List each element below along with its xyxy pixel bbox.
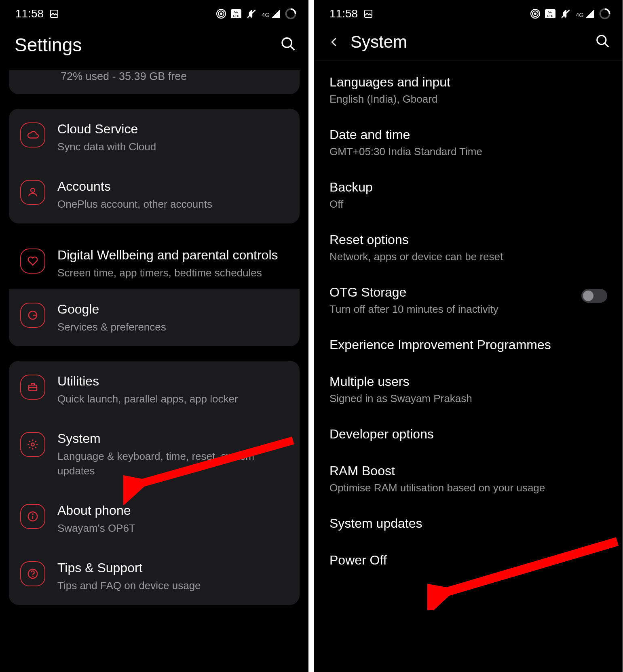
settings-item-google[interactable]: Google Services & preferences [9, 289, 300, 346]
signal-icon: 4G [262, 9, 280, 18]
system-item-title: Backup [329, 180, 607, 195]
card-system: Utilities Quick launch, parallel apps, a… [9, 361, 300, 605]
settings-item-subtitle: OnePlus account, other accounts [57, 197, 288, 211]
briefcase-icon [20, 375, 45, 400]
system-item-subtitle: Signed in as Swayam Prakash [329, 392, 607, 405]
svg-point-18 [32, 514, 33, 514]
settings-item-tips[interactable]: Tips & Support Tips and FAQ on device us… [9, 548, 300, 605]
svg-point-9 [282, 38, 291, 47]
settings-item-title: System [57, 431, 288, 446]
loading-icon [599, 8, 610, 19]
svg-line-10 [290, 46, 294, 50]
settings-item-subtitle: Services & preferences [57, 320, 288, 334]
system-item-experience[interactable]: Experience Improvement Programmes [314, 328, 623, 364]
page-header: Settings [0, 23, 308, 70]
system-item-subtitle: Optimise RAM utilisation based on your u… [329, 482, 607, 494]
system-item-title: Power Off [329, 553, 607, 568]
svg-line-32 [605, 43, 609, 47]
account-icon [20, 180, 45, 205]
page-title: System [351, 32, 585, 52]
svg-text:LTE: LTE [547, 14, 553, 18]
status-bar: 11:58 VoLTE 4G [314, 0, 623, 23]
system-item-title: Experience Improvement Programmes [329, 337, 607, 352]
help-icon [20, 561, 45, 586]
system-item-subtitle: Turn off after 10 minutes of inactivity [329, 303, 581, 316]
system-item-backup[interactable]: Backup Off [314, 170, 623, 223]
settings-item-title: Digital Wellbeing and parental controls [57, 248, 288, 263]
card-cloud: Cloud Service Sync data with Cloud Accou… [9, 109, 300, 223]
settings-item-subtitle: Quick launch, parallel apps, app locker [57, 392, 288, 406]
system-item-languages[interactable]: Languages and input English (India), Gbo… [314, 65, 623, 118]
card-google: Google Services & preferences [9, 289, 300, 346]
phone-system-screen: 11:58 VoLTE 4G System Languages [314, 0, 623, 672]
system-item-subtitle: Off [329, 198, 607, 211]
settings-item-utilities[interactable]: Utilities Quick launch, parallel apps, a… [9, 361, 300, 418]
svg-point-1 [220, 13, 222, 15]
mute-icon [246, 8, 257, 19]
svg-point-20 [32, 576, 33, 576]
heart-icon [20, 249, 45, 274]
settings-item-wellbeing[interactable]: Digital Wellbeing and parental controls … [9, 238, 300, 289]
system-item-multiusers[interactable]: Multiple users Signed in as Swayam Praka… [314, 364, 623, 417]
svg-point-23 [534, 13, 536, 15]
svg-point-15 [31, 443, 34, 447]
phone-settings-screen: 11:58 VoLTE 4G Settings 72% used - 35.39… [0, 0, 308, 672]
loading-icon [285, 8, 296, 19]
status-time: 11:58 [329, 7, 358, 20]
mute-icon [560, 8, 571, 19]
search-button[interactable] [595, 34, 610, 51]
system-item-ramboost[interactable]: RAM Boost Optimise RAM utilisation based… [314, 454, 623, 506]
svg-text:LTE: LTE [233, 14, 239, 18]
settings-item-title: Google [57, 302, 288, 317]
system-item-title: RAM Boost [329, 463, 607, 478]
svg-point-31 [597, 36, 606, 44]
settings-item-system[interactable]: System Language & keyboard, time, reset,… [9, 418, 300, 490]
status-time: 11:58 [15, 7, 44, 20]
settings-item-title: About phone [57, 503, 288, 518]
system-item-developer[interactable]: Developer options [314, 417, 623, 454]
settings-item-subtitle: Screen time, app timers, bedtime schedul… [57, 266, 288, 280]
system-item-poweroff[interactable]: Power Off [314, 543, 623, 580]
settings-item-title: Cloud Service [57, 122, 288, 137]
settings-item-accounts[interactable]: Accounts OnePlus account, other accounts [9, 166, 300, 223]
settings-item-title: Utilities [57, 374, 288, 389]
system-item-title: Languages and input [329, 75, 607, 90]
system-item-title: OTG Storage [329, 285, 581, 300]
system-item-subtitle: English (India), Gboard [329, 93, 607, 105]
back-button[interactable] [329, 36, 340, 48]
system-item-title: Date and time [329, 127, 607, 142]
page-header: System [314, 23, 623, 61]
settings-item-about[interactable]: About phone Swayam's OP6T [9, 490, 300, 548]
signal-icon: 4G [576, 9, 594, 18]
page-title: Settings [15, 34, 270, 56]
hotspot-icon [530, 9, 540, 19]
cloud-icon [20, 122, 45, 147]
volte-icon: VoLTE [545, 9, 555, 18]
screenshot-icon [49, 9, 59, 19]
settings-item-storage[interactable]: 72% used - 35.39 GB free [9, 70, 300, 94]
svg-text:Vo: Vo [548, 11, 552, 14]
gear-icon [20, 432, 45, 457]
google-icon [20, 303, 45, 328]
screenshot-icon [363, 9, 373, 19]
svg-text:Vo: Vo [234, 11, 238, 14]
volte-icon: VoLTE [231, 9, 241, 18]
system-item-otg[interactable]: OTG Storage Turn off after 10 minutes of… [314, 275, 623, 328]
settings-item-subtitle: Swayam's OP6T [57, 521, 288, 535]
settings-item-title: Tips & Support [57, 560, 288, 575]
system-item-updates[interactable]: System updates [314, 506, 623, 543]
system-item-title: Multiple users [329, 374, 607, 389]
search-button[interactable] [280, 36, 296, 54]
settings-item-cloud[interactable]: Cloud Service Sync data with Cloud [9, 109, 300, 166]
system-item-reset[interactable]: Reset options Network, apps or device ca… [314, 223, 623, 275]
system-item-subtitle: Network, apps or device can be reset [329, 251, 607, 263]
system-item-datetime[interactable]: Date and time GMT+05:30 India Standard T… [314, 118, 623, 170]
settings-item-title: Accounts [57, 179, 288, 194]
status-bar: 11:58 VoLTE 4G [0, 0, 308, 23]
otg-toggle[interactable] [581, 289, 607, 303]
system-item-title: Developer options [329, 427, 607, 442]
info-icon [20, 504, 45, 529]
divider [314, 61, 623, 61]
storage-subtitle: 72% used - 35.39 GB free [61, 70, 288, 83]
svg-rect-22 [365, 10, 372, 17]
